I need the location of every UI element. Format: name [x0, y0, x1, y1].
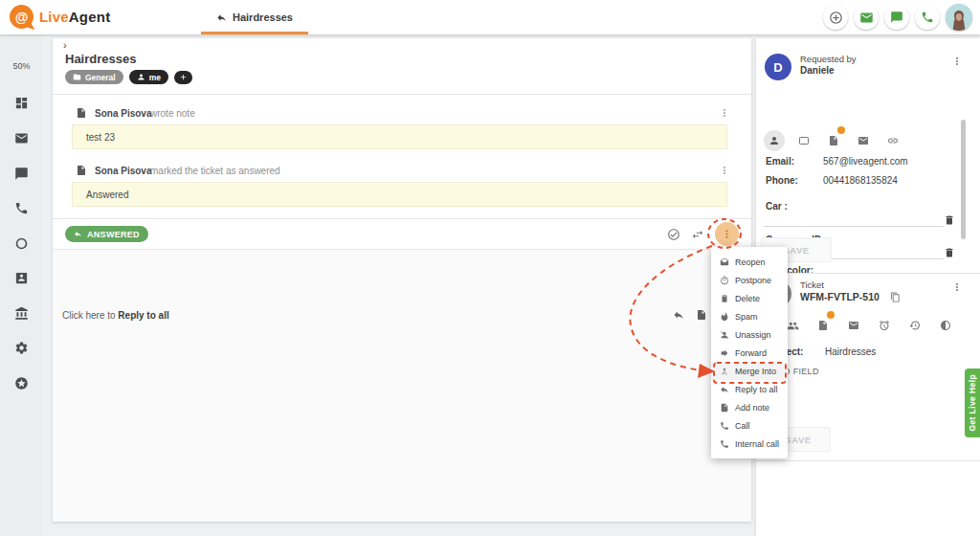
ticket-tab-sla[interactable]: [874, 315, 895, 336]
person-off-icon: [720, 330, 729, 340]
reply-icon[interactable]: [673, 309, 684, 321]
person-icon: [768, 135, 780, 146]
reply-icon: [216, 12, 227, 23]
plus-icon: [179, 73, 188, 81]
note-body: Answered: [72, 182, 727, 207]
ticket-actions: [667, 222, 739, 246]
alarm-icon: [879, 320, 890, 331]
new-chat-button[interactable]: [884, 5, 909, 30]
new-email-button[interactable]: [854, 5, 879, 30]
department-tag[interactable]: General: [65, 70, 123, 84]
message-action: marked the ticket as answered: [150, 166, 280, 176]
resolve-check-icon[interactable]: [667, 228, 680, 241]
menu-item-merge-into[interactable]: Merge Into: [711, 362, 788, 380]
copy-icon[interactable]: [890, 292, 901, 302]
kebab-icon[interactable]: [951, 281, 963, 293]
menu-item-spam[interactable]: Spam: [711, 307, 788, 325]
contact-tab-links[interactable]: [882, 130, 903, 151]
ticket-title: Hairdresses: [65, 52, 136, 66]
sidebar-item-dashboard[interactable]: [0, 96, 43, 110]
car-field-label: Car :: [766, 201, 788, 212]
sidebar-item-chats[interactable]: [0, 167, 43, 181]
ticket-tab-notes[interactable]: [813, 315, 834, 336]
contact-tab-details[interactable]: [764, 130, 785, 151]
sidebar-item-tickets[interactable]: [0, 131, 43, 145]
sidebar-item-academy[interactable]: [0, 306, 43, 321]
add-tag-button[interactable]: [174, 71, 192, 84]
divider: [756, 273, 980, 274]
mail-open-icon: [720, 257, 729, 267]
transfer-icon[interactable]: [691, 228, 704, 241]
liveagent-app: @ LiveAgent Hairdresses 50%: [0, 0, 980, 536]
note-icon[interactable]: [696, 309, 707, 321]
reply-hint[interactable]: Click here to Reply to all: [62, 310, 169, 321]
kebab-icon[interactable]: [719, 107, 730, 119]
history-icon: [909, 320, 921, 331]
user-avatar[interactable]: [946, 4, 972, 31]
ticket-id[interactable]: WFM-FVTLP-510: [800, 291, 880, 302]
requester-name[interactable]: Daniele: [800, 65, 835, 76]
card-icon: [798, 135, 810, 146]
person-icon: [137, 73, 145, 81]
sidebar-item-calls[interactable]: [0, 201, 43, 215]
left-sidebar: 50%: [0, 34, 43, 536]
new-call-button[interactable]: [915, 5, 940, 30]
kebab-icon[interactable]: [951, 56, 963, 67]
message-header: Sona Pisova wrote note: [53, 107, 751, 121]
menu-item-call[interactable]: Call: [711, 416, 788, 435]
chat-icon: [14, 167, 29, 181]
load-percentage: 50%: [0, 61, 43, 71]
contact-tabs: [764, 130, 903, 151]
menu-item-reply-to-all[interactable]: Reply to all: [711, 380, 788, 398]
email-row: Email: 567@liveagent.com: [766, 156, 794, 167]
status-badge: ANSWERED: [65, 226, 148, 242]
menu-item-internal-call[interactable]: Internal call: [711, 435, 788, 453]
ticket-label: Ticket: [800, 279, 824, 290]
trash-icon[interactable]: [944, 247, 955, 258]
add-new-button[interactable]: [823, 5, 848, 30]
kebab-icon[interactable]: [719, 165, 730, 176]
menu-item-postpone[interactable]: Postpone: [711, 271, 788, 289]
notification-dot: [827, 311, 835, 319]
dashboard-icon: [14, 96, 29, 110]
menu-item-reopen[interactable]: Reopen: [711, 253, 788, 271]
panel-scrollbar[interactable]: [961, 120, 966, 239]
email-value[interactable]: 567@liveagent.com: [823, 156, 908, 167]
menu-item-forward[interactable]: Forward: [711, 344, 788, 362]
phone-icon: [720, 421, 729, 431]
folder-icon: [73, 73, 81, 81]
sidebar-item-contacts[interactable]: [0, 271, 43, 285]
star-circle-icon: [14, 376, 29, 391]
phone-value[interactable]: 00441868135824: [823, 175, 898, 186]
sidebar-item-settings[interactable]: [0, 341, 43, 355]
mail-icon: [848, 320, 859, 331]
collapse-chevron[interactable]: ›: [63, 39, 67, 51]
assignee-tag[interactable]: me: [129, 70, 168, 84]
phone-row: Phone: 00441868135824: [766, 175, 798, 186]
contact-tab-emails[interactable]: [853, 130, 874, 151]
contact-tab-tickets[interactable]: [793, 130, 814, 151]
menu-item-unassign[interactable]: Unassign: [711, 325, 788, 344]
menu-item-delete[interactable]: Delete: [711, 289, 788, 307]
note-icon: [828, 135, 839, 146]
get-live-help-button[interactable]: Get Live Help: [965, 368, 980, 437]
contact-tab-notes[interactable]: [823, 130, 844, 151]
divider: [756, 460, 980, 461]
car-field-input[interactable]: [764, 226, 944, 227]
liveagent-logo-icon: @: [10, 5, 33, 29]
liveagent-logo[interactable]: @ LiveAgent: [10, 5, 110, 29]
trash-icon[interactable]: [944, 214, 955, 226]
requester-avatar[interactable]: D: [765, 54, 791, 80]
menu-item-add-note[interactable]: Add note: [711, 398, 788, 416]
liveagent-logo-text: LiveAgent: [39, 9, 110, 25]
reply-zone[interactable]: Click here to Reply to all: [53, 249, 751, 522]
ticket-tab-history[interactable]: [904, 315, 925, 336]
sidebar-item-badges[interactable]: [0, 376, 43, 391]
ticket-tab-emails[interactable]: [843, 315, 864, 336]
ticket-tab-time[interactable]: [935, 315, 956, 336]
more-actions-button[interactable]: [715, 222, 739, 246]
sidebar-item-queue[interactable]: [0, 236, 43, 251]
tab-hairdresses[interactable]: Hairdresses: [201, 0, 308, 34]
note-icon: [76, 165, 87, 176]
kebab-icon: [721, 228, 733, 240]
